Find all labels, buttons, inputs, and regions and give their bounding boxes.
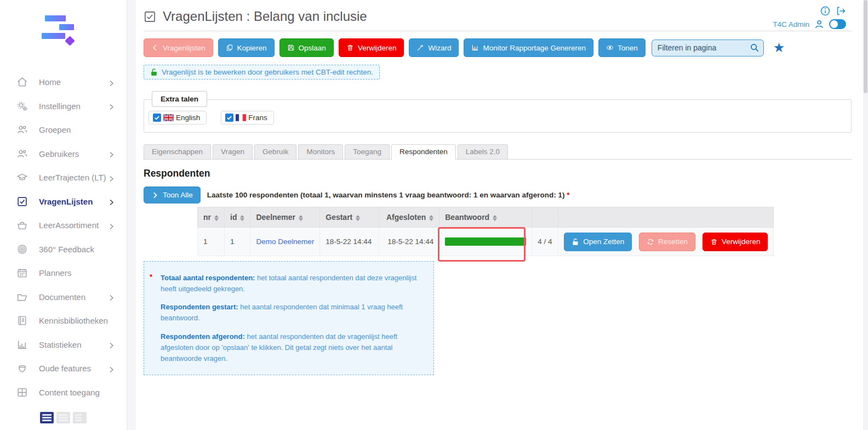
sort-icon	[356, 215, 360, 221]
open-zetten-button[interactable]: Open Zetten	[564, 233, 632, 251]
checkbox-icon	[16, 196, 28, 207]
sidebar-item-label: Gebruikers	[39, 149, 79, 159]
sidebar-item-kennisbibliotheken[interactable]: Kennisbibliotheken	[0, 309, 127, 333]
tab-gebruik[interactable]: Gebruik	[254, 144, 296, 159]
tab-respondenten[interactable]: Respondenten	[391, 144, 456, 160]
checked-checkbox[interactable]	[153, 114, 161, 122]
sidebar-item-home[interactable]: Home	[0, 70, 127, 94]
sidebar-item-label: 360° Feedback	[39, 245, 94, 254]
participant-link[interactable]: Demo Deelnemer	[256, 237, 314, 246]
wizard-button[interactable]: Wizard	[409, 38, 459, 57]
uk-flag-icon	[163, 114, 174, 121]
filter-input[interactable]	[652, 39, 764, 56]
save-button[interactable]: Opslaan	[279, 38, 334, 57]
chevron-right-icon	[108, 103, 115, 109]
delete-button[interactable]: Verwijderen	[339, 38, 404, 57]
acorn-icon	[16, 363, 28, 374]
tab-labels-20[interactable]: Labels 2.0	[458, 144, 508, 159]
cell-nr: 1	[198, 228, 225, 256]
app-window: Home Instellingen Groepen Gebruikers Lee…	[0, 0, 868, 430]
logo-diamond	[65, 36, 75, 46]
reset-button[interactable]: Resetten	[639, 233, 695, 251]
checkbox-title-icon	[144, 10, 156, 23]
column-header-deelnemer[interactable]: Deelnemer	[250, 207, 320, 228]
tab-monitors[interactable]: Monitors	[298, 144, 343, 159]
sidebar-item-label: Kennisbibliotheken	[39, 316, 108, 325]
chevron-right-icon	[108, 198, 115, 205]
sidebar-item-oude-features[interactable]: Oude features	[0, 357, 127, 381]
delete-respondent-button[interactable]: Verwijderen	[703, 233, 768, 251]
main-content: T4C Admin VragenLijsten : Belang van inc…	[136, 0, 868, 430]
theme-toggle[interactable]	[829, 19, 846, 29]
favorite-star-icon[interactable]: ★	[773, 41, 785, 54]
sidebar-item-label: LeerAssortiment	[39, 220, 99, 230]
page-scrollbar[interactable]	[863, 0, 868, 430]
tab-eigenschappen[interactable]: Eigenschappen	[144, 144, 211, 159]
sidebar-item-statistieken[interactable]: Statistieken	[0, 333, 127, 357]
tab-toegang[interactable]: Toegang	[345, 144, 390, 159]
copy-button[interactable]: Kopieren	[218, 38, 275, 57]
sidebar-item-documenten[interactable]: Documenten	[0, 285, 127, 309]
sidebar-item-leertrajecten[interactable]: LeerTrajecten (LT)	[0, 166, 127, 190]
column-header-nr[interactable]: nr	[198, 207, 225, 228]
grid-icon	[16, 387, 28, 398]
cell-afgesloten: 18-5-22 14:44	[379, 228, 439, 256]
sidebar-item-content-toegang[interactable]: Content toegang	[0, 381, 127, 405]
column-header-beantwoord[interactable]: Beantwoord	[439, 207, 532, 228]
target-icon	[16, 244, 28, 255]
sidebar-item-vragenlijsten[interactable]: VragenLijsten	[0, 190, 127, 214]
trash-icon	[710, 238, 718, 246]
app-logo	[0, 11, 127, 49]
monitor-report-button[interactable]: Monitor Rapportage Genereren	[464, 38, 593, 57]
save-icon	[287, 44, 295, 52]
sidebar-item-label: Instellingen	[39, 101, 81, 111]
cell-answer-count: 4 / 4	[532, 228, 558, 256]
eye-icon	[606, 44, 614, 52]
cell-beantwoord	[439, 228, 532, 256]
content-gutter	[127, 0, 136, 430]
sidebar-item-360-feedback[interactable]: 360° Feedback	[0, 237, 127, 262]
search-icon[interactable]	[750, 43, 760, 53]
logo-bar	[42, 33, 65, 39]
tab-vragen[interactable]: Vragen	[213, 144, 253, 159]
show-button[interactable]: Tonen	[598, 38, 646, 57]
users-icon	[16, 148, 28, 160]
scrollbar-thumb[interactable]	[864, 0, 867, 93]
wand-icon	[416, 44, 424, 52]
checked-checkbox[interactable]	[225, 114, 233, 122]
sidebar-item-label: LeerTrajecten (LT)	[39, 173, 106, 182]
sidebar-item-gebruikers[interactable]: Gebruikers	[0, 142, 127, 166]
chevron-right-icon	[108, 365, 115, 372]
logo-bar	[59, 24, 74, 30]
layout-toggle-list[interactable]	[40, 412, 54, 423]
column-header-gestart[interactable]: Gestart	[320, 207, 379, 228]
language-option-english[interactable]: English	[149, 111, 207, 125]
column-header-afgesloten[interactable]: Afgesloten	[379, 207, 439, 228]
column-header-id[interactable]: id	[225, 207, 250, 228]
sidebar-item-instellingen[interactable]: Instellingen	[0, 94, 127, 118]
section-heading: Respondenten	[144, 168, 852, 179]
back-to-vragenlijsten-button[interactable]: Vragenlijsten	[144, 38, 213, 57]
info-icon[interactable]	[820, 5, 831, 16]
show-all-button[interactable]: Toon Alle	[144, 186, 201, 203]
chevron-right-icon	[108, 293, 115, 300]
sidebar-item-label: Groepen	[39, 125, 71, 134]
table-header-row: nr id Deelnemer Gestart Afgesloten Beant…	[198, 207, 774, 228]
user-icon[interactable]	[814, 19, 825, 30]
layout-toggle-mini[interactable]	[73, 412, 87, 423]
language-option-frans[interactable]: Frans	[221, 111, 274, 125]
layout-toggle-compact[interactable]	[56, 412, 70, 423]
lock-icon	[572, 238, 579, 246]
chevron-right-icon	[108, 222, 115, 229]
sidebar-item-groepen[interactable]: Groepen	[0, 118, 127, 142]
bar-chart-icon	[471, 44, 479, 52]
extra-languages-fieldset: Extra talen English Frans	[144, 99, 852, 133]
sort-icon	[214, 215, 219, 221]
sidebar-item-planners[interactable]: Planners	[0, 261, 127, 285]
sidebar-item-leerassortiment[interactable]: LeerAssortiment	[0, 213, 127, 237]
sidebar-item-label: Oude features	[39, 364, 91, 373]
language-label: English	[176, 114, 200, 122]
logout-icon[interactable]	[835, 5, 846, 16]
users-icon	[16, 124, 28, 135]
footnotes-box: * Totaal aantal respondenten: het totaal…	[144, 261, 434, 375]
